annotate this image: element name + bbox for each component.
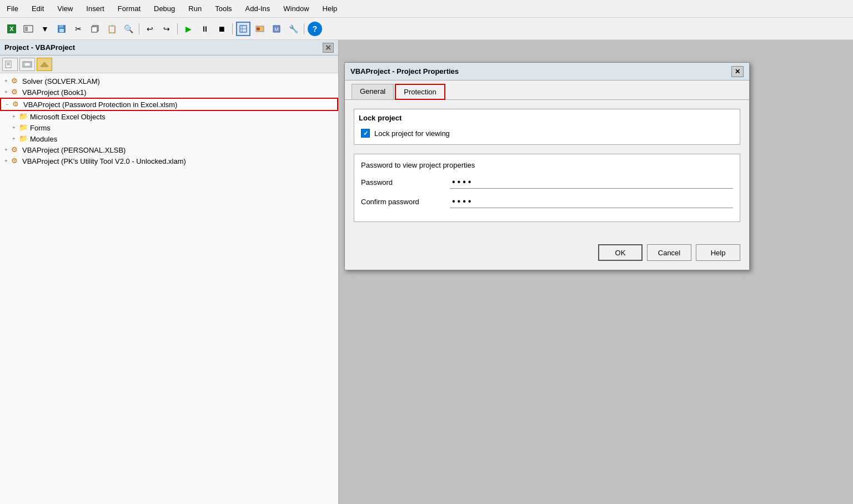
toolbar-redo-btn[interactable]: ↪	[159, 22, 174, 36]
separator-3	[232, 23, 233, 34]
toolbar-save-btn[interactable]	[54, 22, 69, 36]
separator-1	[139, 23, 139, 34]
confirm-password-label: Confirm password	[361, 198, 450, 206]
menu-addins[interactable]: Add-Ins	[243, 3, 273, 14]
confirm-password-field-row: Confirm password	[361, 195, 733, 208]
toolbar-excel-icon[interactable]: X	[4, 22, 19, 36]
menu-insert[interactable]: Insert	[84, 3, 107, 14]
password-field-row: Password	[361, 176, 733, 189]
dialog-buttons: OK Cancel Help	[345, 240, 749, 270]
confirm-password-input[interactable]	[450, 195, 733, 208]
toolbar-run-btn[interactable]: ▶	[181, 22, 195, 36]
dialog-titlebar: VBAProject - Project Properties ✕	[345, 63, 749, 80]
password-section-title: Password to view project properties	[361, 161, 733, 169]
toolbar-help-btn[interactable]: ?	[308, 22, 322, 36]
menu-tools[interactable]: Tools	[213, 3, 234, 14]
lock-for-viewing-row: Lock project for viewing	[359, 127, 735, 140]
tab-general[interactable]: General	[352, 84, 394, 100]
menu-bar: File Edit View Insert Format Debug Run T…	[0, 0, 853, 18]
lock-project-section: Lock project Lock project for viewing	[354, 109, 740, 145]
menu-debug[interactable]: Debug	[152, 3, 177, 14]
toolbar-find-btn[interactable]: 🔍	[121, 22, 136, 36]
password-section: Password to view project properties Pass…	[354, 154, 740, 222]
toolbar-pause-btn[interactable]: ⏸	[198, 22, 212, 36]
dialog-close-btn[interactable]: ✕	[731, 66, 744, 77]
toolbar-dropdown-btn[interactable]: ▼	[38, 22, 52, 36]
menu-view[interactable]: View	[55, 3, 75, 14]
svg-rect-3	[25, 27, 28, 31]
svg-rect-8	[92, 27, 97, 32]
ide-container: Project - VBAProject ✕ + ⚙ Solver (SOLVE…	[0, 40, 853, 504]
lock-for-viewing-label: Lock project for viewing	[374, 129, 450, 138]
svg-point-13	[257, 27, 260, 31]
svg-rect-6	[59, 29, 64, 32]
toolbar-copy-btn[interactable]	[88, 22, 102, 36]
toolbar-undo-btn[interactable]: ↩	[143, 22, 157, 36]
dialog-title: VBAProject - Project Properties	[350, 67, 459, 75]
menu-edit[interactable]: Edit	[29, 3, 46, 14]
toolbar: X ▼ ✂ 📋 🔍 ↩ ↪ ▶ ⏸ ⏹ M 🔧 ?	[0, 18, 853, 40]
dialog-tabs: General Protection	[345, 80, 749, 100]
menu-help[interactable]: Help	[320, 3, 340, 14]
toolbar-classmodule-btn[interactable]: 🔧	[286, 22, 300, 36]
lock-project-title: Lock project	[359, 114, 735, 122]
lock-for-viewing-checkbox[interactable]	[361, 129, 370, 138]
menu-file[interactable]: File	[4, 3, 21, 14]
project-properties-dialog: VBAProject - Project Properties ✕ Genera…	[344, 62, 750, 270]
separator-4	[304, 23, 304, 34]
toolbar-cut-btn[interactable]: ✂	[71, 22, 86, 36]
tab-protection[interactable]: Protection	[395, 84, 445, 100]
menu-format[interactable]: Format	[116, 3, 143, 14]
svg-rect-5	[59, 25, 63, 28]
menu-run[interactable]: Run	[186, 3, 204, 14]
separator-2	[177, 23, 178, 34]
menu-window[interactable]: Window	[281, 3, 311, 14]
toolbar-view-btn[interactable]	[21, 22, 36, 36]
modal-overlay: VBAProject - Project Properties ✕ Genera…	[0, 40, 853, 504]
dialog-content: Lock project Lock project for viewing Pa…	[345, 100, 749, 240]
ok-button[interactable]: OK	[598, 244, 643, 261]
password-input[interactable]	[450, 176, 733, 189]
password-label: Password	[361, 178, 450, 187]
toolbar-design-btn[interactable]	[236, 22, 250, 36]
toolbar-stop-btn[interactable]: ⏹	[214, 22, 229, 36]
toolbar-userform-btn[interactable]	[253, 22, 267, 36]
cancel-button[interactable]: Cancel	[647, 244, 691, 261]
svg-text:M: M	[274, 27, 279, 32]
svg-text:X: X	[9, 26, 14, 32]
toolbar-module-btn[interactable]: M	[269, 22, 284, 36]
toolbar-paste-btn[interactable]: 📋	[104, 22, 119, 36]
help-button[interactable]: Help	[696, 244, 740, 261]
